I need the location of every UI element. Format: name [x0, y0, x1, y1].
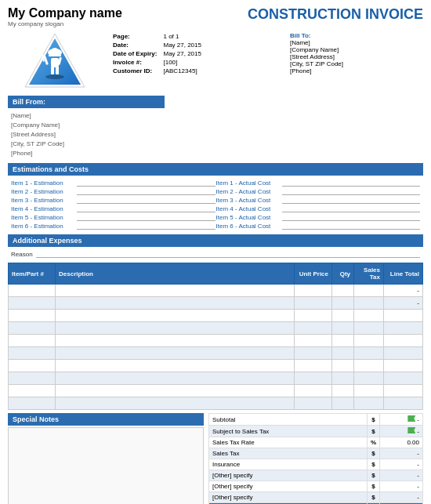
est-label-5: Item 5 - Estimation: [11, 214, 74, 221]
est-actual-label-6: Item 6 - Actual Cost: [216, 223, 279, 230]
totals-row: [Other] specify$-: [209, 481, 423, 492]
est-item-6: Item 6 - Estimation: [11, 222, 216, 230]
company-name: My Company name: [8, 6, 248, 20]
svg-point-12: [45, 74, 64, 79]
totals-label: Insurance: [209, 459, 368, 470]
totals-row: [Other] specify$-: [209, 470, 423, 481]
est-label-4: Item 4 - Estimation: [11, 205, 74, 212]
totals-section: Subtotal$-Subject to Sales Tax$-Sales Ta…: [208, 413, 423, 504]
bill-to-address: [Street Address]: [290, 53, 423, 60]
bill-to-company: [Company Name]: [290, 46, 423, 53]
bill-to-header-block: Bill To: [Name] [Company Name] [Street A…: [290, 32, 423, 74]
expiry-value: May 27, 2015: [160, 49, 204, 58]
items-table: Item/Part # Description Unit Price Qty S…: [8, 263, 423, 410]
svg-rect-6: [51, 67, 54, 74]
est-label-2: Item 2 - Estimation: [11, 188, 74, 195]
bill-to-phone: [Phone]: [290, 67, 423, 74]
svg-point-4: [52, 48, 58, 54]
bill-to-label: Bill To:: [290, 32, 423, 39]
est-actual-2: Item 2 - Actual Cost: [216, 187, 421, 195]
totals-label: Subtotal: [209, 414, 368, 426]
totals-row: Insurance$-: [209, 459, 423, 470]
estimations-header: Estimations and Costs: [8, 163, 423, 176]
svg-point-11: [37, 46, 44, 53]
totals-label: Sales Tax Rate: [209, 437, 368, 448]
totals-row: [Other] specify$-: [209, 492, 423, 503]
invoice-value: [100]: [160, 58, 204, 67]
totals-row: Subject to Sales Tax$-: [209, 426, 423, 437]
totals-value: -: [380, 426, 423, 437]
table-row: [9, 322, 423, 335]
special-notes-header: Special Notes: [8, 413, 204, 426]
est-actual-label-5: Item 5 - Actual Cost: [216, 214, 279, 221]
totals-symbol: $: [367, 492, 379, 503]
table-row: [9, 397, 423, 410]
est-actual-4: Item 4 - Actual Cost: [216, 205, 421, 212]
invoice-label: Invoice #:: [110, 58, 160, 67]
est-label-1: Item 1 - Estimation: [11, 179, 74, 187]
totals-value: -: [380, 470, 423, 481]
totals-row: Sales Tax Rate%0.00: [209, 437, 423, 448]
totals-value: -: [380, 459, 423, 470]
col-header-sales-tax: Sales Tax: [354, 263, 384, 285]
table-row: [9, 372, 423, 385]
reason-line: [36, 250, 420, 258]
totals-symbol: $: [367, 426, 379, 437]
totals-symbol: %: [367, 437, 379, 448]
totals-row: Sales Tax$-: [209, 448, 423, 459]
bill-from-section: Bill From: [Name] [Company Name] [Street…: [8, 96, 165, 160]
totals-label: [Other] specify: [209, 481, 368, 492]
svg-rect-5: [51, 58, 59, 67]
totals-row: Subtotal$-: [209, 414, 423, 426]
totals-value: -: [380, 481, 423, 492]
svg-rect-3: [49, 55, 61, 56]
col-header-item: Item/Part #: [9, 263, 56, 285]
bill-from-phone: [Phone]: [11, 149, 161, 158]
special-notes-section: Special Notes: [8, 413, 204, 504]
reason-label: Reason: [11, 251, 33, 258]
totals-label: [Other] specify: [209, 492, 368, 503]
totals-value: -: [380, 492, 423, 503]
est-item-5: Item 5 - Estimation: [11, 213, 216, 221]
est-item-1: Item 1 - Estimation: [11, 179, 216, 187]
col-header-line-total: Line Total: [384, 263, 423, 285]
bill-from-address: [Street Address]: [11, 130, 161, 140]
invoice-title: CONSTRUCTION INVOICE: [248, 6, 423, 23]
est-item-3: Item 3 - Estimation: [11, 196, 216, 204]
table-row: -: [9, 297, 423, 310]
bill-from-company: [Company Name]: [11, 121, 161, 130]
additional-section: Additional Expenses Reason: [8, 234, 423, 259]
totals-symbol: $: [367, 414, 379, 426]
totals-label: Subject to Sales Tax: [209, 426, 368, 437]
notes-body[interactable]: [8, 427, 204, 504]
svg-rect-7: [56, 67, 59, 74]
date-label: Date:: [110, 41, 160, 49]
col-header-qty: Qty: [332, 263, 354, 285]
est-label-6: Item 6 - Estimation: [11, 223, 74, 230]
totals-label: [Other] specify: [209, 470, 368, 481]
bill-from-name: [Name]: [11, 111, 161, 121]
bill-from-city: [City, ST ZIP Code]: [11, 140, 161, 149]
table-row: [9, 335, 423, 347]
table-row: [9, 385, 423, 397]
est-actual-label-2: Item 2 - Actual Cost: [216, 188, 279, 195]
totals-value: -: [380, 414, 423, 426]
expiry-label: Date of Expiry:: [110, 49, 160, 58]
col-header-description: Description: [56, 263, 295, 285]
est-actual-label-1: Item 1 - Actual Cost: [216, 179, 279, 187]
table-row: [9, 310, 423, 322]
est-label-3: Item 3 - Estimation: [11, 197, 74, 204]
bill-to-name: [Name]: [290, 39, 423, 46]
est-item-4: Item 4 - Estimation: [11, 205, 216, 212]
totals-symbol: $: [367, 448, 379, 459]
table-row: [9, 347, 423, 360]
est-actual-label-3: Item 3 - Actual Cost: [216, 197, 279, 204]
est-item-2: Item 2 - Estimation: [11, 187, 216, 195]
customer-value: [ABC12345]: [160, 67, 204, 75]
col-header-unit-price: Unit Price: [295, 263, 332, 285]
totals-symbol: $: [367, 459, 379, 470]
bill-from-header: Bill From:: [8, 96, 165, 108]
additional-header: Additional Expenses: [8, 234, 423, 247]
page-info: Page: 1 of 1 Date: May 27, 2015 Date of …: [102, 32, 290, 75]
totals-label: Sales Tax: [209, 448, 368, 459]
